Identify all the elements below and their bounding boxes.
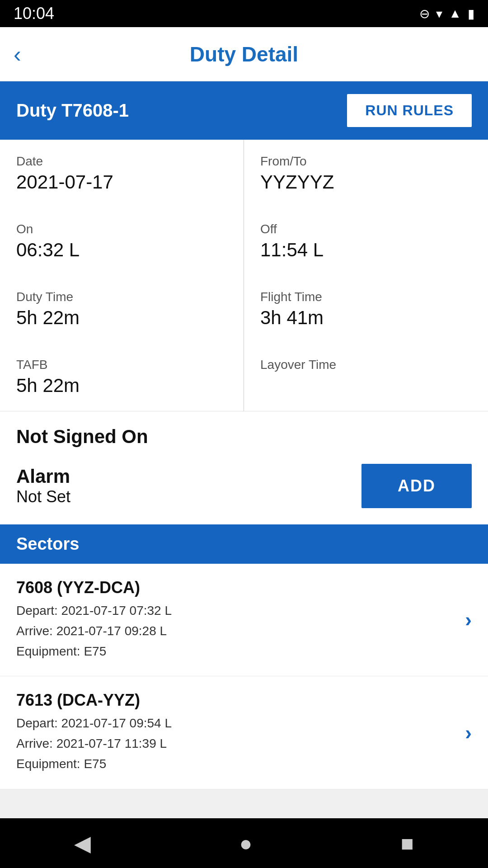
tafb-cell: TAFB 5h 22m (0, 343, 244, 411)
page-title: Duty Detail (190, 42, 298, 66)
sector-info-2: 7613 (DCA-YYZ) Depart: 2021-07-17 09:54 … (16, 691, 172, 774)
header-banner: Duty T7608-1 RUN RULES (0, 81, 488, 140)
status-bar: 10:04 ⊖ ▾ ▲ ▮ (0, 0, 488, 27)
do-not-disturb-icon: ⊖ (419, 6, 430, 21)
add-alarm-button[interactable]: ADD (361, 464, 472, 508)
sector-flight-1: 7608 (YYZ-DCA) (16, 578, 172, 597)
back-button[interactable]: ‹ (14, 43, 21, 66)
sector-info-1: 7608 (YYZ-DCA) Depart: 2021-07-17 07:32 … (16, 578, 172, 661)
alarm-info: Alarm Not Set (16, 466, 70, 506)
layover-time-cell: Layover Time (244, 343, 488, 411)
sectors-title: Sectors (16, 534, 79, 553)
date-value: 2021-07-17 (16, 171, 227, 193)
sector-depart-1: Depart: 2021-07-17 07:32 L Arrive: 2021-… (16, 601, 172, 661)
chevron-right-icon-1: › (465, 609, 472, 631)
recent-nav-button[interactable]: ■ (401, 831, 414, 856)
not-signed-on: Not Signed On (0, 411, 488, 455)
top-nav: ‹ Duty Detail (0, 27, 488, 81)
status-time: 10:04 (14, 4, 54, 23)
from-to-cell: From/To YYZYYZ (244, 140, 488, 208)
home-nav-button[interactable]: ● (239, 831, 252, 856)
off-value: 11:54 L (260, 239, 472, 261)
bottom-nav: ◀ ● ■ (0, 818, 488, 868)
battery-icon: ▮ (468, 6, 474, 21)
alarm-label: Alarm (16, 466, 70, 487)
chevron-right-icon-2: › (465, 722, 472, 744)
info-grid: Date 2021-07-17 From/To YYZYYZ On 06:32 … (0, 140, 488, 411)
flight-time-value: 3h 41m (260, 307, 472, 329)
from-to-label: From/To (260, 154, 472, 169)
status-icons: ⊖ ▾ ▲ ▮ (419, 6, 474, 21)
alarm-status: Not Set (16, 487, 70, 506)
flight-time-label: Flight Time (260, 290, 472, 304)
duty-id: Duty T7608-1 (16, 100, 129, 121)
sectors-list: 7608 (YYZ-DCA) Depart: 2021-07-17 07:32 … (0, 564, 488, 789)
duty-time-label: Duty Time (16, 290, 227, 304)
date-label: Date (16, 154, 227, 169)
on-value: 06:32 L (16, 239, 227, 261)
sector-item-2[interactable]: 7613 (DCA-YYZ) Depart: 2021-07-17 09:54 … (0, 676, 488, 789)
duty-time-cell: Duty Time 5h 22m (0, 275, 244, 343)
duty-time-value: 5h 22m (16, 307, 227, 329)
off-cell: Off 11:54 L (244, 208, 488, 275)
layover-time-label: Layover Time (260, 358, 472, 372)
flight-time-cell: Flight Time 3h 41m (244, 275, 488, 343)
on-cell: On 06:32 L (0, 208, 244, 275)
from-to-value: YYZYYZ (260, 171, 472, 193)
back-nav-button[interactable]: ◀ (74, 830, 91, 856)
bottom-spacer (0, 789, 488, 818)
wifi-icon: ▾ (436, 6, 442, 21)
run-rules-button[interactable]: RUN RULES (347, 94, 472, 127)
alarm-row: Alarm Not Set ADD (0, 455, 488, 524)
signal-icon: ▲ (449, 6, 461, 21)
sector-flight-2: 7613 (DCA-YYZ) (16, 691, 172, 710)
on-label: On (16, 222, 227, 236)
tafb-label: TAFB (16, 358, 227, 372)
off-label: Off (260, 222, 472, 236)
sector-item-1[interactable]: 7608 (YYZ-DCA) Depart: 2021-07-17 07:32 … (0, 564, 488, 676)
sectors-header: Sectors (0, 524, 488, 564)
date-cell: Date 2021-07-17 (0, 140, 244, 208)
sector-depart-2: Depart: 2021-07-17 09:54 L Arrive: 2021-… (16, 713, 172, 774)
tafb-value: 5h 22m (16, 375, 227, 396)
